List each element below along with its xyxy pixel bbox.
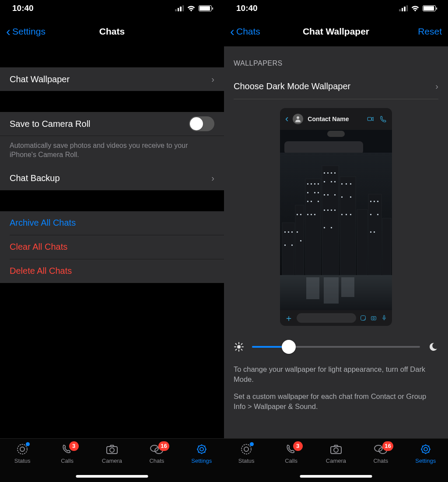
svg-rect-63 (374, 231, 375, 233)
svg-rect-40 (324, 194, 325, 196)
back-label: Chats (236, 26, 260, 37)
save-camera-toggle[interactable] (189, 116, 214, 131)
status-indicators (175, 5, 212, 12)
svg-point-8 (297, 116, 299, 119)
chevron-right-icon: › (211, 74, 214, 84)
chats-badge: 16 (158, 441, 169, 451)
tab-camera[interactable]: Camera (318, 443, 354, 464)
svg-point-90 (244, 447, 248, 451)
archive-all-chats-button[interactable]: Archive All Chats (0, 211, 224, 235)
svg-rect-72 (300, 240, 301, 241)
preview-body (280, 130, 392, 310)
svg-rect-54 (341, 214, 343, 215)
status-time: 10:40 (236, 3, 258, 13)
chevron-left-icon: ‹ (6, 25, 10, 38)
brightness-slider-row (224, 334, 448, 360)
date-pill (327, 131, 345, 137)
battery-icon (199, 5, 212, 11)
tab-chats[interactable]: 16 Chats (363, 443, 398, 464)
preview-input-bar: ＋ (280, 310, 392, 326)
chat-preview: ‹ Contact Name (280, 108, 392, 326)
home-indicator[interactable] (76, 475, 148, 478)
home-indicator[interactable] (300, 475, 372, 478)
svg-rect-37 (324, 181, 325, 182)
svg-rect-31 (311, 214, 312, 215)
svg-rect-18 (368, 194, 382, 275)
svg-rect-29 (318, 201, 319, 202)
chevron-right-icon: › (435, 81, 438, 91)
svg-rect-59 (377, 201, 378, 202)
status-bar: 10:40 (224, 0, 448, 17)
svg-rect-55 (346, 214, 347, 215)
row-label: Archive All Chats (10, 218, 76, 228)
svg-point-80 (237, 345, 241, 349)
row-label: Clear All Chats (10, 242, 67, 252)
svg-point-96 (424, 447, 427, 451)
svg-rect-77 (371, 317, 376, 320)
svg-line-87 (236, 349, 237, 350)
help-line-2: Set a custom wallpaper for each chat fro… (234, 391, 438, 412)
wallpaper-preview: ‹ Contact Name (224, 99, 448, 334)
status-time: 10:40 (12, 3, 34, 13)
svg-rect-13 (295, 205, 304, 275)
tab-label: Chats (149, 458, 164, 464)
tab-status[interactable]: Status (229, 443, 264, 464)
phone-icon (379, 115, 387, 123)
chat-backup-row[interactable]: Chat Backup › (0, 167, 224, 190)
chevron-left-icon: ‹ (230, 25, 234, 38)
tab-settings[interactable]: Settings (408, 443, 443, 464)
svg-rect-71 (297, 231, 298, 233)
back-button[interactable]: ‹ Chats (230, 25, 260, 38)
svg-rect-26 (318, 192, 319, 193)
reset-button[interactable]: Reset (418, 26, 442, 37)
tab-calls[interactable]: 3 Calls (274, 443, 309, 464)
tab-chats[interactable]: 16 Chats (139, 443, 174, 464)
clear-all-chats-button[interactable]: Clear All Chats (0, 235, 224, 259)
svg-rect-58 (374, 201, 375, 202)
chats-badge: 16 (382, 441, 393, 451)
delete-all-chats-button[interactable]: Delete All Chats (0, 259, 224, 283)
svg-rect-51 (350, 183, 351, 185)
svg-rect-67 (284, 244, 286, 246)
svg-point-0 (18, 444, 27, 454)
brightness-slider[interactable] (252, 340, 420, 354)
svg-rect-16 (340, 177, 356, 275)
tab-camera[interactable]: Camera (94, 443, 130, 464)
help-line-1: To change your wallpaper for light appea… (234, 364, 438, 384)
avatar (293, 114, 303, 124)
city-wallpaper (280, 153, 392, 310)
chevron-left-icon: ‹ (285, 113, 288, 125)
row-label: Chat Wallpaper (10, 74, 70, 84)
tab-calls[interactable]: 3 Calls (50, 443, 85, 464)
svg-rect-28 (311, 201, 312, 202)
status-bar: 10:40 (0, 0, 224, 17)
chat-wallpaper-row[interactable]: Chat Wallpaper › (0, 67, 224, 91)
cellular-icon (175, 5, 184, 11)
svg-rect-48 (331, 227, 332, 228)
svg-rect-44 (327, 210, 329, 211)
tab-status[interactable]: Status (5, 443, 40, 464)
tab-label: Settings (191, 458, 212, 464)
choose-wallpaper-row[interactable]: Choose Dark Mode Wallpaper › (224, 74, 448, 98)
svg-rect-76 (361, 316, 366, 321)
svg-rect-33 (324, 172, 325, 174)
back-button[interactable]: ‹ Settings (6, 25, 46, 38)
svg-rect-50 (346, 183, 347, 185)
svg-rect-45 (331, 210, 332, 211)
slider-thumb[interactable] (282, 340, 296, 354)
save-camera-description: Automatically save photos and videos you… (0, 136, 224, 167)
gear-icon (194, 443, 209, 455)
save-camera-roll-row[interactable]: Save to Camera Roll (0, 112, 224, 136)
cellular-icon (399, 5, 408, 11)
wifi-icon (187, 5, 196, 12)
svg-rect-70 (300, 214, 301, 215)
mic-icon (381, 314, 388, 321)
contact-name: Contact Name (308, 115, 362, 122)
chevron-right-icon: › (211, 173, 214, 183)
svg-rect-34 (327, 172, 329, 174)
tab-settings[interactable]: Settings (184, 443, 219, 464)
svg-point-7 (200, 447, 203, 451)
svg-line-85 (236, 344, 237, 345)
nav-bar: ‹ Chats Chat Wallpaper Reset (224, 17, 448, 46)
svg-point-89 (242, 444, 251, 454)
